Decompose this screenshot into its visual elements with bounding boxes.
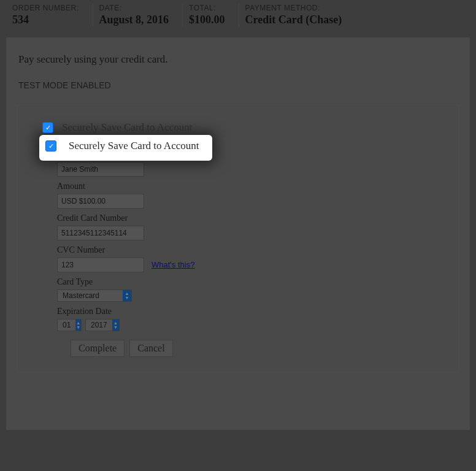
cardtype-field: Card Type Mastercard ▲▼ [57, 277, 447, 302]
cardtype-label: Card Type [57, 277, 447, 287]
cc-label: Credit Card Number [57, 213, 447, 223]
date-label: DATE: [99, 4, 169, 12]
cvc-help-link[interactable]: What's this? [152, 260, 194, 269]
order-number-value: 534 [12, 13, 79, 26]
order-number-label: ORDER NUMBER: [12, 4, 79, 12]
save-card-checkbox[interactable]: ✓ [42, 122, 53, 133]
method-value: Credit Card (Chase) [245, 13, 342, 26]
summary-method: PAYMENT METHOD: Credit Card (Chase) [239, 4, 356, 26]
name-input[interactable] [57, 162, 144, 177]
save-card-row[interactable]: ✓ Securely Save Card to Account [33, 117, 443, 139]
payment-panel: Pay securely using your credit card. TES… [6, 37, 470, 430]
order-summary: ORDER NUMBER: 534 DATE: August 8, 2016 T… [0, 0, 476, 31]
save-card-label: Securely Save Card to Account [62, 121, 192, 134]
summary-date: DATE: August 8, 2016 [93, 4, 183, 26]
total-value: $100.00 [189, 13, 225, 26]
cancel-button[interactable]: Cancel [129, 340, 172, 357]
select-arrows-icon: ▲▼ [75, 320, 81, 331]
save-card-label: Securely Save Card to Account [69, 140, 199, 152]
expiration-field: Expiration Date 01 ▲▼ 2017 ▲▼ [57, 307, 447, 331]
cc-field: Credit Card Number [57, 213, 447, 240]
test-mode-msg: TEST MODE ENABLED [18, 80, 458, 90]
exp-month-value: 01 [58, 320, 75, 331]
amount-field: Amount [57, 182, 447, 209]
complete-button[interactable]: Complete [71, 340, 125, 357]
exp-year-value: 2017 [86, 320, 112, 331]
select-arrows-icon: ▲▼ [123, 290, 131, 301]
cardtype-select[interactable]: Mastercard ▲▼ [57, 289, 132, 302]
pay-securely-msg: Pay securely using your credit card. [18, 53, 458, 66]
cardtype-value: Mastercard [58, 290, 104, 301]
summary-total: TOTAL: $100.00 [183, 4, 239, 26]
expiration-label: Expiration Date [57, 307, 447, 316]
select-arrows-icon: ▲▼ [112, 320, 119, 331]
exp-month-select[interactable]: 01 ▲▼ [57, 319, 82, 331]
method-label: PAYMENT METHOD: [245, 4, 342, 12]
amount-label: Amount [57, 182, 447, 191]
cvc-field: CVC Number What's this? [57, 245, 447, 272]
summary-order: ORDER NUMBER: 534 [6, 4, 93, 26]
cvc-label: CVC Number [57, 245, 447, 255]
cc-input[interactable] [57, 226, 144, 240]
amount-input[interactable] [57, 194, 144, 209]
total-label: TOTAL: [189, 4, 225, 12]
save-card-checkbox[interactable]: ✓ [45, 140, 56, 151]
date-value: August 8, 2016 [99, 13, 169, 26]
cvc-input[interactable] [57, 258, 144, 272]
exp-year-select[interactable]: 2017 ▲▼ [85, 319, 120, 331]
